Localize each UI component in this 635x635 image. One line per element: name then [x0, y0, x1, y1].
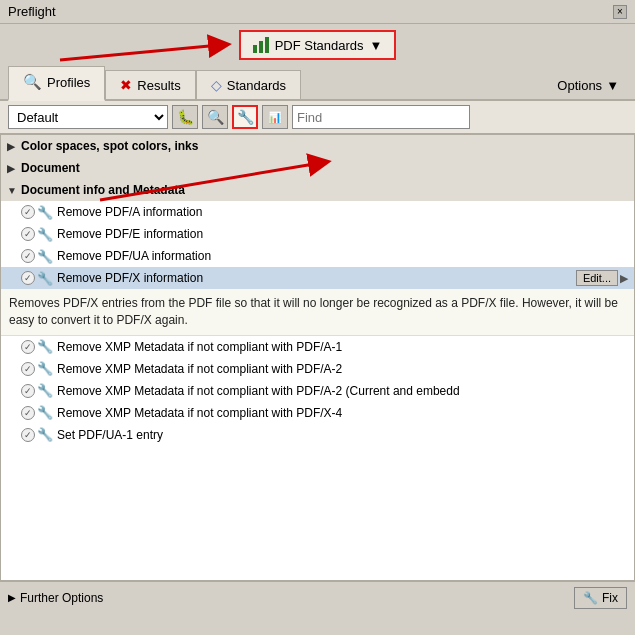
item-icons: ✓ 🔧: [21, 427, 53, 442]
item-icons: ✓ 🔧: [21, 405, 53, 420]
item-label: Remove XMP Metadata if not compliant wit…: [57, 362, 628, 376]
tabs: 🔍 Profiles ✖ Results ◇ Standards: [8, 66, 301, 99]
section-label: Document info and Metadata: [21, 183, 628, 197]
standards-icon: ◇: [211, 77, 222, 93]
options-arrow: ▼: [606, 78, 619, 93]
app-title: Preflight: [8, 4, 56, 19]
pdf-standards-bar: PDF Standards ▼: [0, 24, 635, 66]
wrench-icon: 🔧: [37, 405, 53, 420]
list-item-selected[interactable]: ✓ 🔧 Remove PDF/X information Edit... ▶: [1, 267, 634, 289]
wrench-icon: 🔧: [37, 427, 53, 442]
wrench-icon: 🔧: [37, 227, 53, 242]
expand-icon: ▼: [7, 185, 21, 196]
list-item[interactable]: ✓ 🔧 Remove XMP Metadata if not compliant…: [1, 336, 634, 358]
chart-icon: 📊: [268, 111, 282, 124]
description-row: Removes PDF/X entries from the PDF file …: [1, 289, 634, 336]
bar1: [253, 45, 257, 53]
wrench-icon: 🔧: [37, 249, 53, 264]
item-label: Set PDF/UA-1 entry: [57, 428, 628, 442]
list-item[interactable]: ✓ 🔧 Remove XMP Metadata if not compliant…: [1, 380, 634, 402]
list-item[interactable]: ✓ 🔧 Remove XMP Metadata if not compliant…: [1, 358, 634, 380]
bottom-bar: ▶ Further Options 🔧 Fix: [0, 581, 635, 613]
bar-chart-icon: [253, 37, 269, 53]
list-item[interactable]: ✓ 🔧 Set PDF/UA-1 entry: [1, 424, 634, 446]
tab-results[interactable]: ✖ Results: [105, 70, 195, 99]
check-icon: ✓: [21, 227, 35, 241]
section-document[interactable]: ▶ Document: [1, 157, 634, 179]
item-label: Remove PDF/UA information: [57, 249, 628, 263]
check-icon: ✓: [21, 271, 35, 285]
wrench-button[interactable]: 🔧: [232, 105, 258, 129]
item-icons: ✓ 🔧: [21, 383, 53, 398]
options-label: Options: [557, 78, 602, 93]
wrench-icon: 🔧: [37, 339, 53, 354]
list-item[interactable]: ✓ 🔧 Remove PDF/UA information: [1, 245, 634, 267]
pdf-standards-button[interactable]: PDF Standards ▼: [239, 30, 397, 60]
item-icons: ✓ 🔧: [21, 249, 53, 264]
close-button[interactable]: ×: [613, 5, 627, 19]
further-options-button[interactable]: ▶ Further Options: [8, 591, 103, 605]
tab-bar: 🔍 Profiles ✖ Results ◇ Standards Options…: [0, 66, 635, 101]
title-bar: Preflight ×: [0, 0, 635, 24]
check-icon: ✓: [21, 340, 35, 354]
tab-profiles-label: Profiles: [47, 75, 90, 90]
wrench-icon: 🔧: [37, 361, 53, 376]
fix-wrench-icon: 🔧: [583, 591, 598, 605]
list-item[interactable]: ✓ 🔧 Remove PDF/E information: [1, 223, 634, 245]
profiles-icon: 🔍: [23, 73, 42, 91]
wrench-icon: 🔧: [37, 383, 53, 398]
list-item[interactable]: ✓ 🔧 Remove XMP Metadata if not compliant…: [1, 402, 634, 424]
find-input[interactable]: [292, 105, 470, 129]
check-icon: ✓: [21, 406, 35, 420]
search-button[interactable]: 🔍: [202, 105, 228, 129]
fix-label: Fix: [602, 591, 618, 605]
further-options-label: Further Options: [20, 591, 103, 605]
item-label: Remove PDF/A information: [57, 205, 628, 219]
section-label: Document: [21, 161, 628, 175]
check-icon: ✓: [21, 384, 35, 398]
section-color-spaces[interactable]: ▶ Color spaces, spot colors, inks: [1, 135, 634, 157]
section-doc-info[interactable]: ▼ Document info and Metadata: [1, 179, 634, 201]
section-label: Color spaces, spot colors, inks: [21, 139, 628, 153]
fix-button[interactable]: 🔧 Fix: [574, 587, 627, 609]
item-icons: ✓ 🔧: [21, 227, 53, 242]
wrench-icon: 🔧: [37, 205, 53, 220]
check-icon: ✓: [21, 249, 35, 263]
profile-select[interactable]: Default: [8, 105, 168, 129]
list-area: ▶ Color spaces, spot colors, inks ▶ Docu…: [0, 134, 635, 581]
check-icon: ✓: [21, 428, 35, 442]
wrench-icon: 🔧: [237, 109, 254, 125]
toolbar: Default 🐛 🔍 🔧 📊: [0, 101, 635, 134]
item-icons: ✓ 🔧: [21, 205, 53, 220]
pdf-standards-arrow: ▼: [370, 38, 383, 53]
list-item[interactable]: ✓ 🔧 Remove PDF/A information: [1, 201, 634, 223]
chart-button[interactable]: 📊: [262, 105, 288, 129]
wrench-icon: 🔧: [37, 271, 53, 286]
item-label: Remove XMP Metadata if not compliant wit…: [57, 406, 628, 420]
expand-icon: ▶: [7, 141, 21, 152]
tab-standards-label: Standards: [227, 78, 286, 93]
browse-icon: 🐛: [177, 109, 194, 125]
check-icon: ✓: [21, 362, 35, 376]
tab-results-label: Results: [137, 78, 180, 93]
item-label: Remove PDF/X information: [57, 271, 576, 285]
expand-icon: ▶: [7, 163, 21, 174]
tab-standards[interactable]: ◇ Standards: [196, 70, 301, 99]
right-arrow: ▶: [620, 272, 628, 285]
item-label: Remove XMP Metadata if not compliant wit…: [57, 384, 628, 398]
item-icons: ✓ 🔧: [21, 361, 53, 376]
item-label: Remove PDF/E information: [57, 227, 628, 241]
bar2: [259, 41, 263, 53]
edit-button[interactable]: Edit...: [576, 270, 618, 286]
search-icon: 🔍: [207, 109, 224, 125]
item-label: Remove XMP Metadata if not compliant wit…: [57, 340, 628, 354]
browse-button[interactable]: 🐛: [172, 105, 198, 129]
tab-profiles[interactable]: 🔍 Profiles: [8, 66, 105, 101]
bar3: [265, 37, 269, 53]
pdf-standards-label: PDF Standards: [275, 38, 364, 53]
item-icons: ✓ 🔧: [21, 339, 53, 354]
further-options-arrow: ▶: [8, 592, 16, 603]
options-button[interactable]: Options ▼: [549, 72, 627, 99]
results-icon: ✖: [120, 77, 132, 93]
check-icon: ✓: [21, 205, 35, 219]
